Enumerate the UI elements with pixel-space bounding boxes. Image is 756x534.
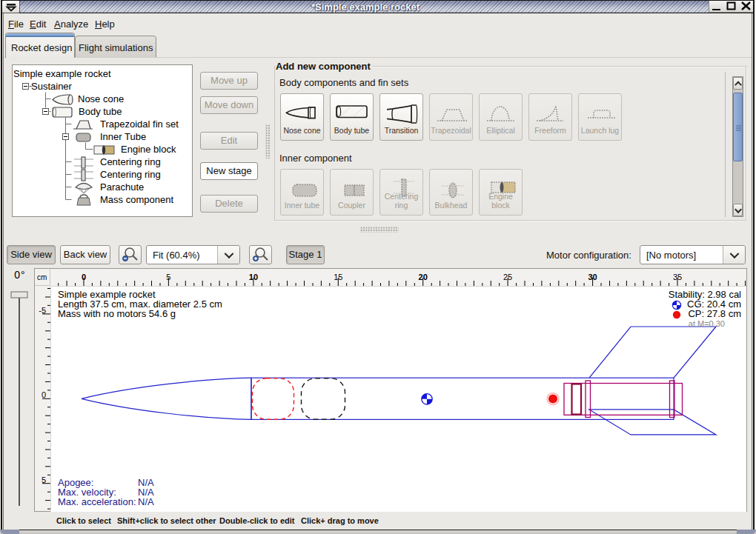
svg-text:15: 15 (334, 273, 342, 281)
svg-text:5: 5 (166, 273, 170, 281)
svg-text:35: 35 (673, 273, 682, 281)
svg-text:0: 0 (42, 390, 46, 399)
svg-text:20: 20 (419, 273, 428, 281)
svg-text:25: 25 (503, 273, 512, 281)
svg-text:-5: -5 (39, 306, 46, 315)
svg-text:30: 30 (588, 273, 597, 281)
svg-text:0: 0 (82, 273, 86, 281)
svg-text:10: 10 (249, 273, 258, 281)
svg-text:5: 5 (42, 475, 46, 484)
